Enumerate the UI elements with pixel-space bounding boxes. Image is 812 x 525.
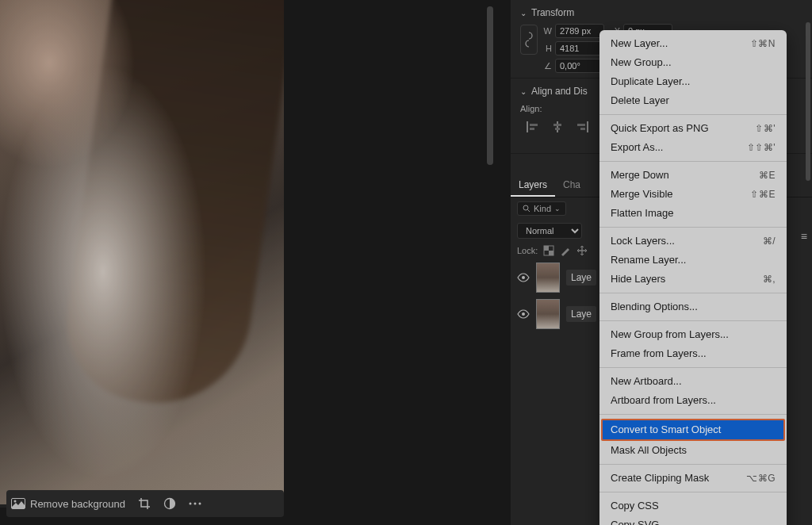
image-remove-icon (11, 498, 25, 509)
menu-item-lock-layers[interactable]: Lock Layers...⌘/ (599, 232, 787, 251)
menu-shortcut: ⌘/ (763, 234, 776, 248)
svg-rect-8 (530, 128, 534, 130)
svg-point-15 (523, 205, 528, 210)
menu-item-blending-options[interactable]: Blending Options... (599, 297, 787, 316)
svg-line-16 (528, 210, 530, 213)
menu-item-label: New Layer... (611, 36, 668, 51)
menu-separator (599, 320, 787, 321)
menu-separator (599, 161, 787, 162)
menu-item-flatten-image[interactable]: Flatten Image (599, 204, 787, 223)
chevron-down-icon: ⌄ (554, 205, 561, 213)
menu-item-label: Copy CSS (611, 499, 659, 513)
height-input[interactable] (555, 41, 604, 56)
chevron-down-icon: ⌄ (520, 87, 527, 96)
layer-name-label: Laye (566, 306, 596, 322)
menu-item-mask-all-objects[interactable]: Mask All Objects (599, 441, 787, 460)
width-label: W (541, 26, 552, 36)
menu-item-label: Hide Layers (611, 272, 665, 286)
menu-item-convert-to-smart-object[interactable]: Convert to Smart Object (601, 419, 785, 441)
menu-item-artboard-from-layers[interactable]: Artboard from Layers... (599, 391, 787, 410)
menu-separator (599, 227, 787, 228)
menu-item-label: Copy SVG (611, 518, 659, 525)
align-right-icon[interactable] (574, 121, 590, 134)
menu-item-merge-down[interactable]: Merge Down⌘E (599, 166, 787, 185)
menu-item-copy-svg[interactable]: Copy SVG (599, 515, 787, 525)
menu-item-new-group-from-layers[interactable]: New Group from Layers... (599, 325, 787, 344)
menu-item-rename-layer[interactable]: Rename Layer... (599, 251, 787, 270)
height-label: H (541, 44, 552, 53)
menu-item-create-clipping-mask[interactable]: Create Clipping Mask⌥⌘G (599, 469, 787, 488)
menu-item-export-as[interactable]: Export As...⇧⇧⌘' (599, 138, 787, 157)
menu-separator (599, 464, 787, 465)
angle-input[interactable] (555, 59, 604, 73)
menu-item-quick-export-as-png[interactable]: Quick Export as PNG⇧⌘' (599, 119, 787, 138)
menu-item-label: Delete Layer (611, 94, 669, 108)
layer-filter-kind[interactable]: Kind ⌄ (517, 201, 566, 216)
menu-item-label: Mask All Objects (611, 443, 687, 458)
scrollbar-vertical[interactable] (487, 6, 493, 165)
menu-item-hide-layers[interactable]: Hide Layers⌘, (599, 270, 787, 289)
search-icon (523, 205, 530, 213)
transform-header[interactable]: ⌄ Transform (520, 5, 802, 21)
remove-background-button[interactable]: Remove background (11, 498, 125, 510)
menu-item-label: Flatten Image (611, 206, 674, 220)
menu-shortcut: ⌘, (763, 272, 776, 286)
menu-separator (599, 414, 787, 415)
align-left-icon[interactable] (527, 121, 542, 134)
menu-shortcut: ⇧⌘' (755, 121, 776, 136)
lock-brush-icon[interactable] (560, 245, 571, 256)
menu-separator (599, 367, 787, 368)
menu-item-merge-visible[interactable]: Merge Visible⇧⌘E (599, 185, 787, 204)
align-title: Align and Dis (531, 86, 588, 97)
tab-channels[interactable]: Cha (555, 174, 588, 197)
visibility-eye-icon[interactable] (517, 273, 530, 282)
width-input[interactable] (555, 24, 604, 38)
lock-pixels-icon[interactable] (543, 245, 554, 256)
svg-rect-14 (580, 128, 585, 130)
menu-item-duplicate-layer[interactable]: Duplicate Layer... (599, 72, 787, 91)
visibility-eye-icon[interactable] (517, 309, 530, 319)
adjustment-icon[interactable] (163, 497, 176, 510)
menu-item-delete-layer[interactable]: Delete Layer (599, 91, 787, 110)
menu-item-label: Rename Layer... (611, 253, 686, 267)
transform-title: Transform (531, 7, 574, 18)
layer-context-menu[interactable]: New Layer...⇧⌘NNew Group...Duplicate Lay… (599, 30, 787, 525)
menu-item-copy-css[interactable]: Copy CSS (599, 496, 787, 515)
svg-rect-6 (527, 121, 528, 132)
svg-rect-12 (587, 121, 588, 132)
svg-point-1 (14, 500, 17, 503)
crop-icon[interactable] (138, 497, 151, 510)
angle-label: ∠ (541, 61, 552, 71)
menu-separator (599, 114, 787, 115)
menu-item-label: Quick Export as PNG (611, 121, 709, 136)
menu-separator (599, 492, 787, 492)
menu-item-frame-from-layers[interactable]: Frame from Layers... (599, 344, 787, 363)
tab-layers[interactable]: Layers (511, 174, 555, 197)
menu-item-label: Merge Down (611, 168, 669, 182)
align-center-h-icon[interactable] (550, 121, 566, 134)
more-icon[interactable] (189, 502, 201, 505)
remove-background-label: Remove background (30, 498, 125, 510)
menu-item-label: Artboard from Layers... (611, 393, 716, 408)
menu-item-label: New Group... (611, 56, 672, 70)
menu-item-label: Blending Options... (611, 300, 698, 314)
menu-item-new-layer[interactable]: New Layer...⇧⌘N (599, 34, 787, 53)
panel-scrollbar[interactable] (806, 22, 810, 181)
menu-item-label: Duplicate Layer... (611, 75, 690, 89)
workspace-area[interactable] (284, 0, 506, 525)
menu-item-label: Frame from Layers... (611, 347, 707, 361)
menu-shortcut: ⌘E (759, 168, 776, 182)
svg-rect-11 (555, 128, 560, 130)
link-dimensions-icon[interactable] (520, 25, 538, 55)
panel-menu-icon[interactable]: ≡ (801, 230, 807, 243)
blend-mode-select[interactable]: Normal (517, 223, 582, 239)
lock-position-icon[interactable] (576, 245, 588, 256)
menu-item-new-artboard[interactable]: New Artboard... (599, 372, 787, 391)
svg-rect-7 (530, 124, 538, 126)
align-label: Align: (520, 104, 542, 113)
canvas-area[interactable] (0, 0, 284, 508)
menu-item-new-group[interactable]: New Group... (599, 53, 787, 72)
svg-rect-19 (549, 251, 553, 255)
menu-item-label: Merge Visible (611, 187, 673, 201)
menu-separator (599, 293, 787, 293)
